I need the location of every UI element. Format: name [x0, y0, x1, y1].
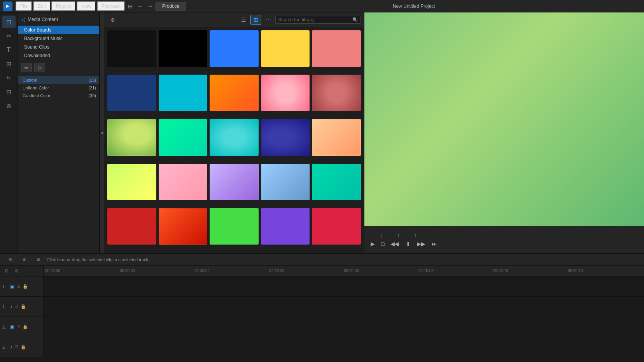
- color-tile-14[interactable]: [261, 119, 310, 156]
- filter-row: ✏ ◇: [18, 61, 99, 75]
- track-content-1v[interactable]: [44, 276, 644, 296]
- track-content-2v[interactable]: [44, 317, 644, 337]
- sidebar-transition-icon[interactable]: ⊟: [2, 86, 16, 98]
- category-list: Custom (15) Uniform Color (21) Gradient …: [18, 75, 99, 101]
- track-lock-2v[interactable]: 🔒: [22, 324, 28, 330]
- track-content-1a[interactable]: [44, 297, 644, 317]
- menu-playback[interactable]: Playback: [97, 1, 125, 11]
- sidebar-icons: ⊡ ✂ T ⊞ fx ⊟ ⊕ ···: [0, 12, 18, 253]
- color-tile-19[interactable]: [261, 164, 310, 200]
- nav-color-boards[interactable]: Color Boards: [18, 26, 99, 34]
- options-button[interactable]: ⋯: [263, 15, 274, 25]
- filter-brush-icon[interactable]: ✏: [21, 63, 32, 72]
- timeline-header: ⊡ ⊞ 00:00:00 00:50:00 01:40:02 02:30:04 …: [0, 266, 644, 276]
- timeline-tracks: 1. ▣ ☑ 🔒 1. ♪ ☑ 🔒 2. ▣ ☑ 🔒: [0, 276, 644, 362]
- track-check-1a[interactable]: ☑: [14, 304, 19, 310]
- color-tile-2[interactable]: [159, 30, 208, 67]
- category-gradient[interactable]: Gradient Color (30): [18, 92, 99, 100]
- color-tile-9[interactable]: [261, 75, 310, 111]
- color-tile-18[interactable]: [210, 164, 259, 200]
- skip-end-button[interactable]: ⏭: [430, 240, 439, 248]
- clip-options-button[interactable]: ⊟: [5, 255, 16, 265]
- track-lock-2a[interactable]: 🔒: [20, 344, 26, 350]
- color-tile-16[interactable]: [107, 164, 156, 200]
- search-input[interactable]: [278, 17, 352, 23]
- track-check-1v[interactable]: ☑: [16, 283, 21, 289]
- color-tile-21[interactable]: [107, 208, 156, 245]
- redo-button[interactable]: →: [145, 2, 155, 10]
- pause-button[interactable]: ⏸: [404, 240, 412, 248]
- color-tile-12[interactable]: [159, 119, 208, 156]
- time-display: - - ; - - ; - - ; - -: [369, 232, 639, 238]
- sidebar-edit-icon[interactable]: ✂: [2, 30, 16, 42]
- playback-buttons: ▶ □ ◀◀ ⏸ ▶▶ ⏭: [369, 240, 639, 248]
- category-uniform[interactable]: Uniform Color (21): [18, 84, 99, 92]
- play-button[interactable]: ▶: [369, 240, 376, 248]
- track-num-1a: 1.: [2, 304, 9, 309]
- sidebar-more-icon[interactable]: ···: [2, 241, 16, 253]
- color-tile-13[interactable]: [210, 119, 259, 156]
- track-check-2a[interactable]: ☑: [14, 344, 19, 350]
- list-view-button[interactable]: ☰: [238, 15, 249, 25]
- color-tile-11[interactable]: [107, 119, 156, 156]
- track-row-2v: 2. ▣ ☑ 🔒: [0, 317, 644, 337]
- layout-icon[interactable]: ⊟: [126, 2, 135, 10]
- color-tile-5[interactable]: [312, 30, 361, 67]
- collapse-panel-button[interactable]: ◀: [100, 12, 104, 253]
- category-uniform-count: (21): [88, 86, 96, 90]
- color-tile-6[interactable]: [107, 75, 156, 111]
- timeline-zoom-button[interactable]: ⊞: [12, 267, 21, 275]
- sidebar-title-icon[interactable]: T: [2, 44, 16, 56]
- menu-edit[interactable]: Edit: [33, 1, 51, 11]
- new-item-button[interactable]: ⊕: [107, 15, 118, 25]
- color-tile-1[interactable]: [107, 30, 156, 67]
- category-custom[interactable]: Custom (15): [18, 76, 99, 84]
- menu-plugins[interactable]: Plugins: [51, 1, 76, 11]
- track-lock-1a[interactable]: 🔒: [20, 304, 26, 310]
- color-tile-25[interactable]: [312, 208, 361, 245]
- sidebar-overlay-icon[interactable]: ⊞: [2, 58, 16, 70]
- sidebar-fx-icon[interactable]: fx: [2, 72, 16, 84]
- color-tile-22[interactable]: [159, 208, 208, 245]
- menu-file[interactable]: File: [16, 1, 32, 11]
- color-tile-23[interactable]: [210, 208, 259, 245]
- menu-view[interactable]: View: [77, 1, 96, 11]
- timeline-header-label: ⊡ ⊞: [0, 266, 44, 276]
- undo-button[interactable]: ←: [135, 2, 145, 10]
- category-custom-label: Custom: [23, 78, 37, 82]
- color-tile-10[interactable]: [312, 75, 361, 111]
- color-tile-20[interactable]: [312, 164, 361, 200]
- project-title: New Untitled Project: [393, 3, 435, 9]
- color-tile-24[interactable]: [261, 208, 310, 245]
- sidebar-media-icon[interactable]: ⊡: [2, 16, 16, 28]
- rewind-button[interactable]: ◀◀: [389, 240, 401, 248]
- color-tile-15[interactable]: [312, 119, 361, 156]
- clip-marker-button[interactable]: ⊠: [33, 255, 44, 265]
- fast-forward-button[interactable]: ▶▶: [415, 240, 427, 248]
- audio-icon-1: ♪: [10, 304, 12, 310]
- nav-background-music[interactable]: Background Music: [18, 34, 99, 43]
- sidebar-plugin-icon[interactable]: ⊕: [2, 100, 16, 112]
- color-tile-7[interactable]: [159, 75, 208, 111]
- color-tile-17[interactable]: [159, 164, 208, 200]
- color-grid: [104, 27, 364, 253]
- panel-header: ◁ Media Content: [18, 12, 99, 25]
- timeline-fit-button[interactable]: ⊡: [2, 267, 11, 275]
- color-tile-8[interactable]: [210, 75, 259, 111]
- color-tile-3[interactable]: [210, 30, 259, 67]
- preview-panel: - - ; - - ; - - ; - - ▶ □ ◀◀ ⏸ ▶▶ ⏭: [364, 12, 644, 253]
- expand-icon: ◁: [21, 16, 25, 23]
- main-area: ⊡ ✂ T ⊞ fx ⊟ ⊕ ··· ◁ Media Content Color…: [0, 12, 644, 253]
- grid-view-button[interactable]: ⊞: [250, 15, 261, 25]
- track-content-2a[interactable]: [44, 337, 644, 357]
- track-check-2v[interactable]: ☑: [16, 324, 21, 330]
- nav-sound-clips[interactable]: Sound Clips: [18, 43, 99, 51]
- track-num-1v: 1.: [2, 284, 9, 289]
- nav-downloaded[interactable]: Downloaded: [18, 51, 99, 60]
- stop-button[interactable]: □: [380, 240, 386, 248]
- filter-diamond-icon[interactable]: ◇: [34, 63, 45, 72]
- color-tile-4[interactable]: [261, 30, 310, 67]
- produce-button[interactable]: Produce: [156, 2, 186, 10]
- clip-add-button[interactable]: ⊕: [19, 255, 30, 265]
- track-lock-1v[interactable]: 🔒: [22, 283, 28, 289]
